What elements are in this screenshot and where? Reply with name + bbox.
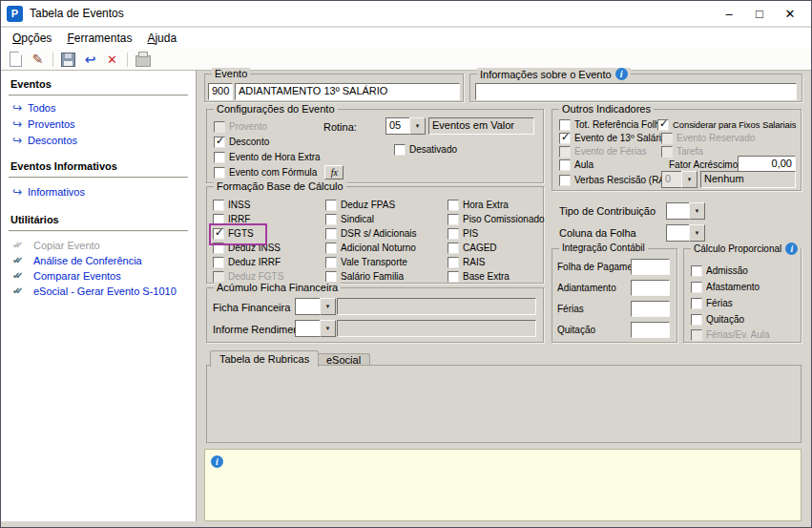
adiantamento-field[interactable] [631, 280, 670, 296]
delete-button[interactable]: ✕ [102, 51, 122, 69]
chevron-down-icon[interactable]: ▼ [409, 117, 426, 135]
checkbox-adicional-noturno[interactable]: Adicional Noturno [325, 241, 416, 255]
sidebar-item-proventos[interactable]: ↪ Proventos [12, 117, 75, 131]
sidebar-item-descontos[interactable]: ↪ Descontos [12, 134, 77, 147]
checkbox-label: Sindical [341, 214, 374, 224]
checkbox-deduz-fpas[interactable]: Deduz FPAS [325, 198, 395, 212]
undo-button[interactable]: ↩ [80, 51, 100, 69]
close-button[interactable]: ✕ [775, 2, 805, 25]
checkbox-aula[interactable]: Aula [559, 158, 593, 172]
new-button[interactable] [6, 51, 26, 69]
checkbox-desconto[interactable]: Desconto [214, 135, 269, 149]
checkbox-label: Deduz FPAS [341, 200, 395, 210]
chevron-down-icon[interactable]: ▼ [689, 202, 705, 220]
checkbox-base-extra[interactable]: Base Extra [448, 269, 510, 284]
informacoes-group-label: Informações sobre o Evento i [477, 68, 631, 80]
chevron-down-icon[interactable]: ▼ [320, 320, 336, 337]
edit-button[interactable]: ✎ [28, 51, 48, 69]
checkbox-inss[interactable]: INSS [213, 198, 250, 212]
checkbox-deduz-irrf[interactable]: Deduz IRRF [213, 255, 281, 269]
hora-extra-base-checkbox-box [448, 200, 459, 211]
acumulo-group-label: Acúmulo Ficha Financeira [214, 282, 341, 293]
tipo-contribuicao-combo[interactable]: ▼ [666, 202, 705, 220]
delete-icon: ✕ [107, 53, 117, 66]
menu-ajuda[interactable]: Ajuda [139, 29, 184, 48]
checkbox-evento-com-formula[interactable]: Evento com Fórmula fx [214, 165, 344, 180]
chevron-down-icon[interactable]: ▼ [689, 224, 705, 242]
checkbox-admissao[interactable]: Admissão [691, 264, 748, 278]
sidebar: Eventos ↪ Todos ↪ Proventos ↪ Descontos … [1, 71, 197, 521]
minimize-button[interactable]: – [714, 2, 744, 25]
integracao-group-label: Integração Contábil [559, 243, 648, 253]
checkbox-evento-hora-extra[interactable]: Evento de Hora Extra [214, 150, 321, 164]
hora-extra-checkbox-box [214, 152, 225, 163]
checkbox-label: Tarefa [677, 146, 703, 157]
folha-pagamento-field[interactable] [631, 259, 670, 275]
maximize-button[interactable]: □ [744, 2, 775, 25]
checkbox-tot-referencia-folha[interactable]: Tot. Referência Folha [559, 117, 665, 132]
checkbox-considerar-fixos-salariais[interactable]: Considerar para Fixos Salariais [657, 117, 796, 132]
sidebar-item-esocial-gerar[interactable]: ✔ eSocial - Gerar Evento S-1010 [12, 285, 177, 298]
ferias-field[interactable] [631, 301, 670, 317]
menu-opcoes[interactable]: Opções [5, 29, 59, 48]
chevron-down-icon[interactable]: ▼ [320, 298, 336, 315]
evento-code-field[interactable]: 900 [208, 83, 233, 100]
checkbox-caged[interactable]: CAGED [448, 241, 497, 255]
checkbox-label: RAIS [463, 257, 485, 267]
coluna-folha-combo[interactable]: ▼ [666, 224, 705, 242]
info-icon[interactable]: i [785, 243, 798, 255]
checkbox-evento-13-salario[interactable]: Evento de 13º Salário [559, 131, 667, 145]
printer-icon [135, 55, 151, 67]
checkbox-ferias-proporcional[interactable]: Férias [691, 296, 733, 310]
tab-tabela-rubricas[interactable]: Tabela de Rubricas [210, 350, 319, 367]
checkbox-sindical[interactable]: Sindical [325, 212, 374, 226]
checkbox-desativado[interactable]: Desativado [394, 142, 457, 157]
checkbox-hora-extra-base[interactable]: Hora Extra [448, 198, 509, 212]
save-button[interactable] [58, 51, 78, 69]
checkbox-rais[interactable]: RAIS [448, 255, 485, 269]
informacoes-field[interactable] [475, 83, 797, 100]
print-button [133, 51, 153, 69]
ficha-financeira-combo-value [295, 298, 320, 315]
checkbox-label: Piso Comissionado [463, 214, 545, 224]
checkbox-piso-comissionado[interactable]: Piso Comissionado [448, 212, 545, 226]
nav-arrow-icon: ↪ [12, 186, 22, 198]
checkbox-label: Aula [574, 159, 593, 170]
rais-checkbox-box [448, 257, 459, 268]
checkbox-afastamento[interactable]: Afastamento [691, 280, 760, 294]
verbas-combo-value: 0 [661, 171, 681, 188]
checkbox-dsr-adicionais[interactable]: DSR s/ Adicionais [325, 226, 416, 241]
sidebar-item-informativos[interactable]: ↪ Informativos [12, 185, 85, 199]
informe-rendimentos-combo[interactable]: ▼ [295, 320, 336, 337]
ficha-financeira-combo[interactable]: ▼ [295, 298, 336, 315]
sidebar-item-todos[interactable]: ↪ Todos [12, 101, 55, 115]
menu-ferramentas[interactable]: Ferramentas [59, 29, 139, 48]
checkbox-label: Admissão [706, 265, 748, 276]
checkbox-pis[interactable]: PIS [448, 226, 478, 241]
info-icon[interactable]: i [615, 68, 628, 80]
evento-name-field[interactable]: ADIANTAMENTO 13º SALÁRIO [235, 83, 460, 100]
outros-indicadores-group-label: Outros Indicadores [559, 103, 654, 115]
quitacao-label: Quitação [557, 325, 595, 335]
checkbox-label: Evento de Hora Extra [229, 152, 321, 162]
checkbox-quitacao-proporcional[interactable]: Quitação [691, 312, 744, 327]
sindical-checkbox-box [325, 214, 337, 225]
double-check-icon: ✔ [12, 271, 28, 281]
checkbox-verbas-rescisao[interactable]: Verbas Rescisão (RAIS) [559, 173, 677, 187]
sidebar-item-comparar-eventos[interactable]: ✔ Comparar Eventos [12, 269, 121, 283]
sidebar-item-label: Todos [28, 102, 55, 114]
menu-bar: Opções Ferramentas Ajuda [1, 28, 811, 49]
quitacao-field[interactable] [631, 322, 670, 338]
coluna-folha-combo-value [666, 224, 689, 242]
checkbox-label: Evento de 13º Salário [574, 133, 667, 143]
checkbox-label: Evento de Férias [574, 146, 647, 157]
vale-transporte-checkbox-box [325, 257, 337, 268]
info-icon[interactable]: i [211, 455, 223, 468]
checkbox-vale-transporte[interactable]: Vale Transporte [325, 255, 407, 269]
rotina-combo[interactable]: 05 ▼ [385, 117, 426, 135]
checkbox-label: Hora Extra [463, 200, 509, 210]
evento-13-checkbox-box [559, 133, 571, 144]
formula-fx-button[interactable]: fx [324, 165, 344, 180]
fator-acrescimo-field[interactable]: 0,00 [738, 156, 796, 172]
sidebar-item-analise-conferencia[interactable]: ✔ Análise de Conferência [12, 254, 142, 267]
